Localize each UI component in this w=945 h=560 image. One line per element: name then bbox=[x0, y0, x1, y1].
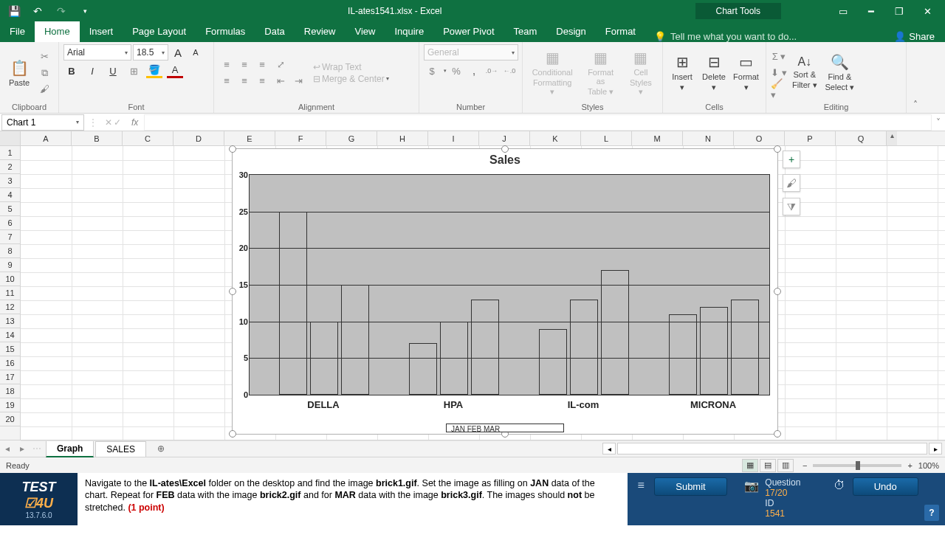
bold-button[interactable]: B bbox=[63, 63, 80, 78]
chart-bar[interactable] bbox=[409, 343, 437, 395]
chart-category-label[interactable]: MICRONA bbox=[662, 395, 765, 410]
column-header[interactable]: H bbox=[377, 131, 428, 145]
column-header[interactable]: B bbox=[72, 131, 123, 145]
share-button[interactable]: 👤 Share bbox=[884, 31, 945, 42]
paste-button[interactable]: 📋 Paste bbox=[4, 58, 34, 89]
column-header[interactable]: K bbox=[530, 131, 581, 145]
chart-filters-button[interactable]: ⧩ bbox=[783, 198, 800, 215]
chart-plot-area[interactable]: 051015202530 DELLAHPAIL-comMICRONA bbox=[249, 174, 770, 395]
sheet-nav-first-icon[interactable]: ◂ bbox=[0, 443, 15, 454]
column-header[interactable]: D bbox=[173, 131, 224, 145]
collapse-ribbon-icon[interactable]: ˄ bbox=[907, 42, 924, 113]
chart-elements-button[interactable]: + bbox=[783, 151, 800, 168]
row-header[interactable]: 20 bbox=[0, 412, 20, 426]
delete-cells-button[interactable]: ⊟Delete▾ bbox=[699, 52, 729, 94]
menu-icon[interactable]: ≡ bbox=[633, 477, 648, 494]
format-cells-button[interactable]: ▭Format▾ bbox=[731, 52, 761, 94]
cut-icon[interactable]: ✂ bbox=[36, 49, 52, 64]
column-header[interactable]: M bbox=[632, 131, 683, 145]
row-header[interactable]: 12 bbox=[0, 300, 20, 314]
row-header[interactable]: 17 bbox=[0, 370, 20, 384]
font-name-combo[interactable]: Arial▾ bbox=[63, 44, 131, 61]
row-header[interactable]: 4 bbox=[0, 188, 20, 202]
column-header[interactable]: G bbox=[326, 131, 377, 145]
cells-area[interactable]: Sales 051015202530 DELLAHPAIL-comMICRONA… bbox=[21, 146, 945, 440]
row-header[interactable]: 7 bbox=[0, 230, 20, 244]
autosum-icon[interactable]: Σ ▾ bbox=[771, 49, 787, 64]
chart-category-label[interactable]: DELLA bbox=[272, 395, 375, 410]
fill-color-icon[interactable]: 🪣 bbox=[146, 63, 162, 78]
clear-icon[interactable]: 🧹 ▾ bbox=[771, 82, 787, 97]
chart-bar[interactable] bbox=[471, 300, 499, 395]
select-all-button[interactable] bbox=[0, 131, 21, 145]
font-size-combo[interactable]: 18.5▾ bbox=[133, 44, 168, 61]
row-header[interactable]: 16 bbox=[0, 356, 20, 370]
column-header[interactable]: E bbox=[224, 131, 275, 145]
row-header[interactable]: 8 bbox=[0, 244, 20, 258]
tab-file[interactable]: File bbox=[0, 21, 35, 42]
row-header[interactable]: 15 bbox=[0, 342, 20, 356]
name-box[interactable]: Chart 1▾ bbox=[1, 114, 84, 131]
close-icon[interactable]: ✕ bbox=[917, 1, 938, 21]
border-icon[interactable]: ⊞ bbox=[126, 63, 142, 78]
tab-data[interactable]: Data bbox=[255, 21, 294, 42]
row-header[interactable]: 5 bbox=[0, 202, 20, 216]
column-header[interactable]: O bbox=[734, 131, 785, 145]
column-header[interactable]: J bbox=[479, 131, 530, 145]
tab-page-layout[interactable]: Page Layout bbox=[123, 21, 196, 42]
column-header[interactable]: P bbox=[785, 131, 836, 145]
worksheet-grid[interactable]: ABCDEFGHIJKLMNOPQ ▴ 12345678910111213141… bbox=[0, 131, 945, 440]
chart-bar[interactable] bbox=[731, 300, 759, 395]
find-select-button[interactable]: 🔍Find &Select ▾ bbox=[822, 52, 858, 94]
row-header[interactable]: 10 bbox=[0, 272, 20, 286]
copy-icon[interactable]: ⧉ bbox=[36, 66, 52, 80]
formula-input[interactable] bbox=[144, 114, 932, 131]
chart-category-label[interactable]: HPA bbox=[402, 395, 505, 410]
undo-icon[interactable]: ↶ bbox=[28, 1, 47, 21]
tab-inquire[interactable]: Inquire bbox=[385, 21, 433, 42]
tab-team[interactable]: Team bbox=[504, 21, 547, 42]
chart-legend[interactable]: JAN FEB MAR bbox=[446, 424, 564, 432]
page-layout-view-icon[interactable]: ▤ bbox=[760, 459, 776, 472]
column-header[interactable]: A bbox=[21, 131, 72, 145]
camera-icon[interactable]: 📷 bbox=[744, 477, 759, 494]
format-painter-icon[interactable]: 🖌 bbox=[36, 82, 52, 97]
chart-bar[interactable] bbox=[601, 270, 629, 395]
save-icon[interactable]: 💾 bbox=[4, 1, 24, 21]
italic-button[interactable]: I bbox=[84, 63, 100, 78]
column-header[interactable]: C bbox=[123, 131, 173, 145]
tab-view[interactable]: View bbox=[345, 21, 385, 42]
row-header[interactable]: 18 bbox=[0, 384, 20, 398]
sheet-tab-sales[interactable]: SALES bbox=[95, 441, 146, 457]
ribbon-display-icon[interactable]: ▭ bbox=[833, 1, 853, 21]
tab-insert[interactable]: Insert bbox=[80, 21, 123, 42]
scroll-up-icon[interactable]: ▴ bbox=[887, 131, 897, 145]
zoom-in-icon[interactable]: + bbox=[907, 461, 912, 470]
row-header[interactable]: 2 bbox=[0, 160, 20, 174]
zoom-level-label[interactable]: 100% bbox=[918, 461, 939, 470]
hscroll-left-icon[interactable]: ◂ bbox=[602, 443, 616, 454]
column-header[interactable]: F bbox=[275, 131, 326, 145]
insert-cells-button[interactable]: ⊞Insert▾ bbox=[667, 52, 697, 94]
zoom-out-icon[interactable]: − bbox=[803, 461, 807, 470]
sort-filter-button[interactable]: A↓Sort &Filter ▾ bbox=[789, 54, 820, 91]
row-header[interactable]: 14 bbox=[0, 328, 20, 342]
chart-bar[interactable] bbox=[700, 307, 728, 395]
horizontal-scrollbar[interactable]: ◂ ▸ bbox=[170, 443, 945, 454]
chart-category-label[interactable]: IL-com bbox=[532, 395, 635, 410]
zoom-slider[interactable] bbox=[813, 464, 901, 467]
font-color-icon[interactable]: A bbox=[167, 63, 183, 78]
chart-y-axis[interactable]: 051015202530 bbox=[236, 175, 248, 395]
sheet-nav-last-icon[interactable]: ▸ bbox=[15, 443, 30, 454]
chart-bar[interactable] bbox=[341, 285, 369, 395]
underline-button[interactable]: U bbox=[105, 63, 121, 78]
row-header[interactable]: 1 bbox=[0, 146, 20, 160]
expand-formula-bar-icon[interactable]: ˅ bbox=[932, 117, 945, 128]
column-header[interactable]: I bbox=[428, 131, 479, 145]
tab-home[interactable]: Home bbox=[35, 21, 80, 42]
sheet-tab-graph[interactable]: Graph bbox=[46, 440, 94, 457]
chart-object[interactable]: Sales 051015202530 DELLAHPAIL-comMICRONA… bbox=[232, 148, 778, 435]
column-header[interactable]: L bbox=[581, 131, 632, 145]
column-header[interactable]: N bbox=[683, 131, 734, 145]
timer-icon[interactable]: ⏱ bbox=[831, 477, 846, 494]
